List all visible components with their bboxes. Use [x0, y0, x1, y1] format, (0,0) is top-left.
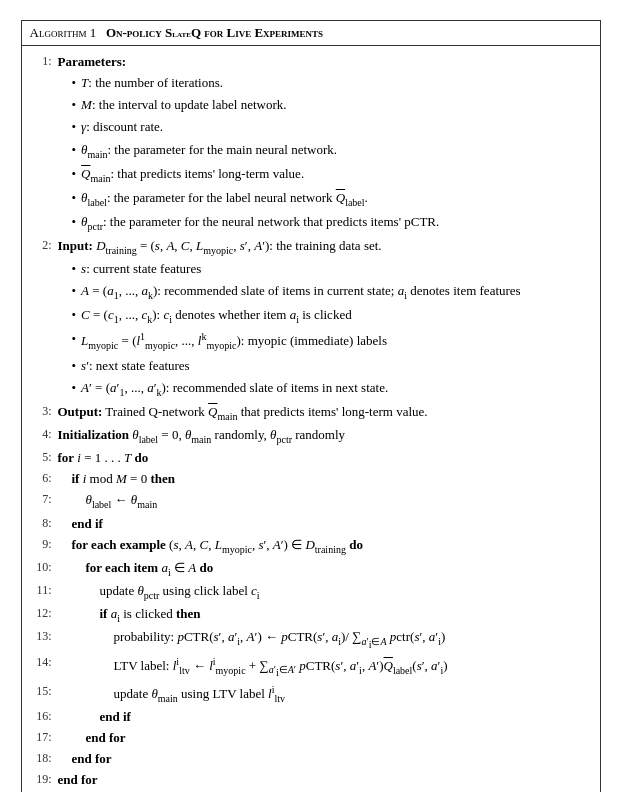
line-num-15: 15: — [30, 682, 52, 701]
input-text: Dtraining = (s, A, C, Lmyopic, s′, A′): … — [96, 238, 381, 253]
kw-end-if-8: end if — [72, 516, 103, 531]
bullet-dot-L: • — [72, 329, 77, 349]
bullet-gamma-content: • γ: discount rate. — [58, 117, 592, 138]
line-content-15: update θmain using LTV label liltv — [58, 682, 592, 706]
bullet-theta-label-content: • θlabel: the parameter for the label ne… — [58, 188, 592, 211]
line-10: 10: for each item ai ∈ A do — [30, 558, 592, 580]
bullet-Aprime: • A′ = (a′1, ..., a′k): recommended slat… — [30, 378, 592, 401]
bullet-A-content: • A = (a1, ..., ak): recommended slate o… — [58, 281, 592, 304]
init-text: θlabel = 0, θmain randomly, θpctr random… — [132, 427, 345, 442]
line-content-6: if i mod M = 0 then — [58, 469, 592, 489]
bullet-L: • Lmyopic = (l1myopic, ..., lkmyopic): m… — [30, 329, 592, 354]
line-content-7: θlabel ← θmain — [58, 490, 592, 512]
for-each-example-text: (s, A, C, Lmyopic, s′, A′) ∈ Dtraining — [169, 537, 349, 552]
line-num-19: 19: — [30, 770, 52, 789]
params-header: Parameters: — [58, 54, 127, 69]
line-num-17: 17: — [30, 728, 52, 747]
bullet-Q-main: • Qmain: that predicts items' long-term … — [30, 164, 592, 187]
kw-end-for-18: end for — [72, 751, 112, 766]
kw-end-for-17: end for — [86, 730, 126, 745]
line-content-16: end if — [58, 707, 592, 727]
bullet-A: • A = (a1, ..., ak): recommended slate o… — [30, 281, 592, 304]
kw-then-6: then — [150, 471, 175, 486]
line-num-11: 11: — [30, 581, 52, 600]
kw-end-for-19: end for — [58, 772, 98, 787]
line-content-8: end if — [58, 514, 592, 534]
line-num-3: 3: — [30, 402, 52, 421]
bullet-C-content: • C = (c1, ..., ck): ci denotes whether … — [58, 305, 592, 328]
bullet-dot-Ap: • — [72, 378, 77, 398]
line-content-3: Output: Trained Q-network Qmain that pre… — [58, 402, 592, 424]
update-pctr-text: update θpctr using click label ci — [100, 583, 260, 598]
bullet-dot-6: • — [72, 188, 77, 208]
kw-do-9: do — [349, 537, 363, 552]
output-text: Trained Q-network Qmain that predicts it… — [105, 404, 427, 419]
bullet-dot-s: • — [72, 259, 77, 279]
line-num-16: 16: — [30, 707, 52, 726]
line-content-13: probability: pCTR(s′, a′i, A′) ← pCTR(s′… — [58, 627, 592, 652]
line-5: 5: for i = 1 . . . T do — [30, 448, 592, 468]
line-content-18: end for — [58, 749, 592, 769]
line-num-1: 1: — [30, 52, 52, 71]
line-content-10: for each item ai ∈ A do — [58, 558, 592, 580]
bullet-s-content: • s: current state features — [58, 259, 592, 280]
algorithm-title: On-policy SlateQ for Live Experiments — [106, 25, 323, 40]
update-main-text: update θmain using LTV label liltv — [114, 686, 286, 701]
arrow-7: ← — [115, 492, 131, 507]
bullet-theta-main-text: θmain: the parameter for the main neural… — [81, 140, 591, 162]
for-i-text: i = 1 . . . T — [77, 450, 134, 465]
algorithm-body: 1: Parameters: • T: the number of iterat… — [22, 46, 600, 792]
bullet-sprime-text: s′: next state features — [81, 356, 591, 376]
bullet-L-text: Lmyopic = (l1myopic, ..., lkmyopic): myo… — [81, 329, 591, 353]
output-header: Output: — [58, 404, 103, 419]
line-num-7: 7: — [30, 490, 52, 509]
algorithm-box: Algorithm 1 On-policy SlateQ for Live Ex… — [21, 20, 601, 792]
line-num-12: 12: — [30, 604, 52, 623]
line-16: 16: end if — [30, 707, 592, 727]
line-2: 2: Input: Dtraining = (s, A, C, Lmyopic,… — [30, 236, 592, 258]
line-num-4: 4: — [30, 425, 52, 444]
line-content-11: update θpctr using click label ci — [58, 581, 592, 603]
kw-for-each-10: for each item — [86, 560, 159, 575]
bullet-Q-main-text: Qmain: that predicts items' long-term va… — [81, 164, 591, 186]
bullet-dot-5: • — [72, 164, 77, 184]
line-content-9: for each example (s, A, C, Lmyopic, s′, … — [58, 535, 592, 557]
kw-for-each-9: for each example — [72, 537, 166, 552]
line-content-5: for i = 1 . . . T do — [58, 448, 592, 468]
bullet-theta-pctr: • θpctr: the parameter for the neural ne… — [30, 212, 592, 235]
line-num-6: 6: — [30, 469, 52, 488]
line-num-10: 10: — [30, 558, 52, 577]
kw-for-i: for — [58, 450, 75, 465]
line-content-19: end for — [58, 770, 592, 790]
line-content-2: Input: Dtraining = (s, A, C, Lmyopic, s′… — [58, 236, 592, 258]
bullet-T-text: T: the number of iterations. — [81, 73, 591, 93]
for-item-text: ai ∈ A — [161, 560, 199, 575]
bullet-dot-7: • — [72, 212, 77, 232]
line-4: 4: Initialization θlabel = 0, θmain rand… — [30, 425, 592, 447]
line-9: 9: for each example (s, A, C, Lmyopic, s… — [30, 535, 592, 557]
line-content-12: if ai is clicked then — [58, 604, 592, 626]
line-num-5: 5: — [30, 448, 52, 467]
bullet-Q-main-content: • Qmain: that predicts items' long-term … — [58, 164, 592, 187]
bullet-s: • s: current state features — [30, 259, 592, 280]
bullet-T: • T: the number of iterations. — [30, 73, 592, 94]
line-num-13: 13: — [30, 627, 52, 646]
algorithm-number: Algorithm 1 — [30, 25, 97, 40]
line-17: 17: end for — [30, 728, 592, 748]
init-header: Initialization — [58, 427, 130, 442]
ltv-label-text: LTV label: liltv ← limyopic + ∑a′i∈A′ pC… — [114, 658, 448, 673]
bullet-M: • M: the interval to update label networ… — [30, 95, 592, 116]
line-13: 13: probability: pCTR(s′, a′i, A′) ← pCT… — [30, 627, 592, 652]
bullet-L-content: • Lmyopic = (l1myopic, ..., lkmyopic): m… — [58, 329, 592, 354]
bullet-theta-main: • θmain: the parameter for the main neur… — [30, 140, 592, 163]
if-mod-text: i mod M = 0 — [83, 471, 151, 486]
bullet-M-text: M: the interval to update label network. — [81, 95, 591, 115]
line-num-9: 9: — [30, 535, 52, 554]
line-15: 15: update θmain using LTV label liltv — [30, 682, 592, 706]
bullet-theta-label-text: θlabel: the parameter for the label neur… — [81, 188, 591, 210]
bullet-dot-C: • — [72, 305, 77, 325]
bullet-Aprime-text: A′ = (a′1, ..., a′k): recommended slate … — [81, 378, 591, 400]
input-header: Input: — [58, 238, 93, 253]
bullet-gamma-text: γ: discount rate. — [81, 117, 591, 137]
bullet-dot-2: • — [72, 95, 77, 115]
